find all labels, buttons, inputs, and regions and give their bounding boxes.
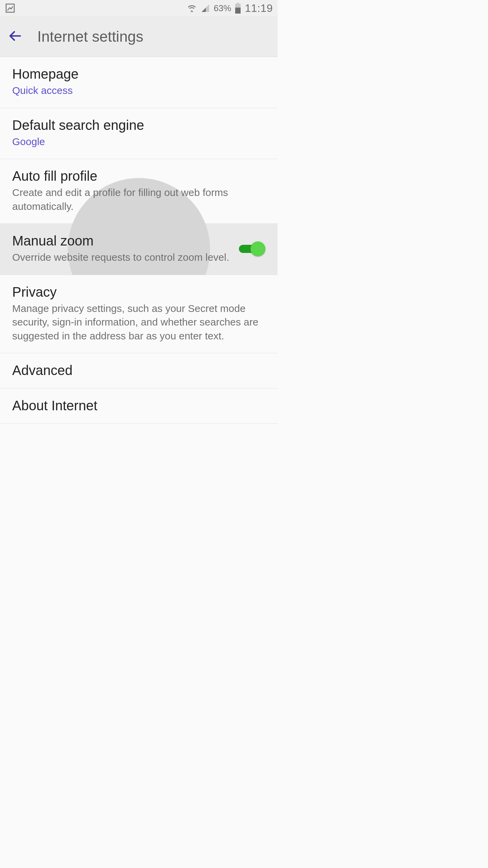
item-title: Homepage (12, 66, 265, 82)
status-bar: 63% 11:19 (0, 0, 278, 16)
item-subtitle: Manage privacy settings, such as your Se… (12, 302, 265, 343)
item-privacy[interactable]: Privacy Manage privacy settings, such as… (0, 275, 278, 354)
item-subtitle: Override website requests to control zoo… (12, 251, 231, 264)
item-title: Manual zoom (12, 233, 231, 249)
wifi-icon (186, 3, 197, 13)
item-subtitle: Create and edit a profile for filling ou… (12, 186, 265, 213)
item-subtitle: Google (12, 135, 265, 149)
svg-marker-4 (202, 8, 206, 12)
battery-percent: 63% (214, 3, 231, 14)
app-bar: Internet settings (0, 16, 278, 57)
manual-zoom-toggle[interactable] (239, 241, 265, 256)
arrow-left-icon (8, 29, 22, 44)
item-subtitle: Quick access (12, 84, 265, 98)
back-button[interactable] (5, 26, 25, 47)
settings-list: Homepage Quick access Default search eng… (0, 57, 278, 424)
svg-marker-2 (192, 11, 194, 13)
svg-marker-1 (190, 11, 191, 13)
item-title: Default search engine (12, 118, 265, 133)
item-title: Auto fill profile (12, 169, 265, 184)
item-homepage[interactable]: Homepage Quick access (0, 57, 278, 108)
item-manual-zoom[interactable]: Manual zoom Override website requests to… (0, 224, 278, 275)
page-title: Internet settings (37, 28, 143, 45)
item-title: Advanced (12, 363, 265, 378)
item-title: Privacy (12, 284, 265, 300)
toggle-thumb (250, 241, 265, 256)
item-advanced[interactable]: Advanced (0, 353, 278, 389)
status-clock: 11:19 (245, 2, 273, 15)
item-about-internet[interactable]: About Internet (0, 389, 278, 424)
svg-rect-5 (237, 3, 239, 4)
cellular-icon (201, 3, 210, 13)
item-default-search-engine[interactable]: Default search engine Google (0, 108, 278, 159)
battery-icon (235, 3, 241, 14)
screenshot-icon (5, 3, 16, 14)
svg-rect-7 (235, 7, 241, 14)
item-title: About Internet (12, 398, 265, 413)
